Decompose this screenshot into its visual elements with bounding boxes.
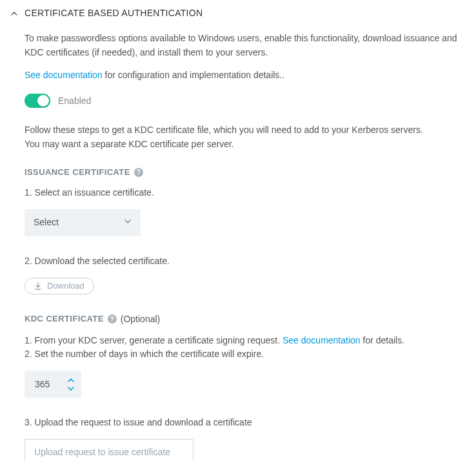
doc-row: See documentation for configuration and … bbox=[25, 68, 466, 82]
kdc-doc-link[interactable]: See documentation bbox=[283, 335, 361, 345]
toggle-knob bbox=[37, 95, 49, 107]
intro-text: To make passwordless options available t… bbox=[25, 32, 466, 59]
download-label: Download bbox=[47, 280, 84, 292]
issuance-heading-row: ISSUANCE CERTIFICATE ? bbox=[25, 166, 466, 179]
issuance-step2: 2. Download the selected certificate. bbox=[25, 254, 466, 269]
section-title: CERTIFICATE BASED AUTHENTICATION bbox=[25, 6, 203, 20]
steps-intro: Follow these steps to get a KDC certific… bbox=[25, 123, 466, 151]
kdc-step1-prefix: 1. From your KDC server, generate a cert… bbox=[25, 335, 283, 345]
section-header[interactable]: CERTIFICATE BASED AUTHENTICATION bbox=[10, 6, 466, 20]
kdc-step3: 3. Upload the request to issue and downl… bbox=[25, 416, 466, 430]
toggle-label: Enabled bbox=[58, 94, 91, 108]
spinner-down[interactable] bbox=[67, 385, 75, 392]
select-label: Select bbox=[34, 216, 59, 229]
number-spinner bbox=[67, 371, 75, 398]
kdc-step1-suffix: for details. bbox=[361, 335, 404, 345]
download-button[interactable]: Download bbox=[25, 278, 94, 294]
expiry-days-input[interactable]: 365 bbox=[25, 371, 81, 398]
steps-intro-line2: You may want a separate KDC certificate … bbox=[25, 138, 466, 152]
optional-label: (Optional) bbox=[121, 312, 160, 326]
help-icon[interactable]: ? bbox=[108, 314, 117, 323]
kdc-steps-1-2: 1. From your KDC server, generate a cert… bbox=[25, 334, 466, 362]
enable-toggle[interactable] bbox=[25, 94, 50, 108]
doc-suffix: for configuration and implementation det… bbox=[103, 70, 285, 80]
issuance-select[interactable]: Select bbox=[25, 209, 141, 236]
kdc-step2: 2. Set the number of days in which the c… bbox=[25, 349, 264, 359]
kdc-heading: KDC CERTIFICATE bbox=[25, 312, 104, 325]
kdc-heading-row: KDC CERTIFICATE ? (Optional) bbox=[25, 312, 466, 326]
upload-request-field[interactable]: Upload request to issue certificate bbox=[25, 439, 193, 461]
expiry-days-value: 365 bbox=[25, 378, 50, 391]
issuance-step1: 1. Select an issuance certificate. bbox=[25, 186, 466, 200]
download-icon bbox=[34, 282, 42, 290]
spinner-up[interactable] bbox=[67, 377, 75, 384]
enable-toggle-row: Enabled bbox=[25, 94, 466, 108]
issuance-heading: ISSUANCE CERTIFICATE bbox=[25, 166, 130, 179]
upload-placeholder: Upload request to issue certificate bbox=[34, 446, 170, 459]
help-icon[interactable]: ? bbox=[134, 168, 143, 177]
chevron-down-icon bbox=[124, 216, 132, 229]
steps-intro-line1: Follow these steps to get a KDC certific… bbox=[25, 123, 466, 138]
documentation-link[interactable]: See documentation bbox=[25, 70, 103, 80]
chevron-up-icon bbox=[10, 10, 18, 17]
